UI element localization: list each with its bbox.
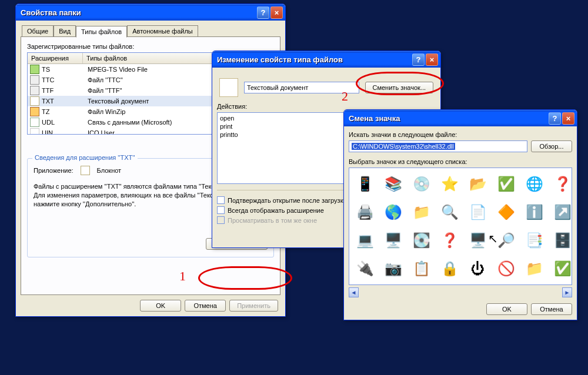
titlebar[interactable]: Смена значка ? × xyxy=(344,110,577,126)
close-button[interactable]: × xyxy=(562,112,574,125)
tab-general[interactable]: Общие xyxy=(22,25,54,37)
icon-grid[interactable]: 📱📚💿⭐📂✅🌐❓🖨️🌎📁🔍📄🔶ℹ️↗️💻🖥️💽❓🖥️🔎📑🗄️🔌📷📋🔒⏻🚫📁✅ xyxy=(349,168,572,285)
icon-choice[interactable]: 📋 xyxy=(411,258,432,279)
icon-choice[interactable]: 🖨️ xyxy=(355,202,376,223)
window-title: Свойства папки xyxy=(21,8,256,17)
filetype-icon xyxy=(30,128,39,135)
icon-choice[interactable]: ⏻ xyxy=(467,258,489,279)
icon-choice[interactable]: 🚫 xyxy=(496,258,517,279)
tab-offline[interactable]: Автономные файлы xyxy=(127,25,198,37)
cancel-button[interactable]: Отмена xyxy=(531,303,572,315)
icon-choice[interactable]: ↗️ xyxy=(552,202,573,223)
titlebar[interactable]: Изменение свойств типа файлов ? × xyxy=(212,51,440,68)
ok-button[interactable]: OK xyxy=(140,300,181,312)
window-title: Смена значка xyxy=(349,114,547,123)
ext-cell: UDL xyxy=(42,119,88,126)
icon-choice[interactable]: 📱 xyxy=(355,173,376,195)
ext-cell: TZ xyxy=(42,108,88,115)
col-ext[interactable]: Расширения xyxy=(28,53,83,63)
annotation-circle-1 xyxy=(198,266,292,290)
icon-choice[interactable]: 🔌 xyxy=(355,258,376,279)
help-button[interactable]: ? xyxy=(257,6,269,19)
ext-cell: TXT xyxy=(42,98,88,105)
icon-choice[interactable]: 📂 xyxy=(467,173,489,195)
filetype-icon xyxy=(30,107,39,116)
icon-choice[interactable]: 🌐 xyxy=(524,173,545,195)
icon-choice[interactable]: 🔎 xyxy=(496,230,517,251)
icon-choice[interactable]: 📷 xyxy=(383,258,404,279)
tab-view[interactable]: Вид xyxy=(54,25,76,37)
apply-button[interactable]: Применить xyxy=(229,300,278,312)
scroll-right-button[interactable]: ► xyxy=(562,287,572,297)
icon-choice[interactable]: 📁 xyxy=(411,202,432,223)
ext-cell: TTF xyxy=(42,87,88,94)
icon-choice[interactable]: 💽 xyxy=(411,230,432,251)
icon-choice[interactable]: ❓ xyxy=(552,173,573,195)
icon-choice[interactable]: 📑 xyxy=(524,230,545,251)
scroll-left-button[interactable]: ◄ xyxy=(349,287,359,297)
icon-choice[interactable]: 🗄️ xyxy=(552,230,573,251)
icon-choice[interactable]: 📚 xyxy=(383,173,404,195)
help-button[interactable]: ? xyxy=(549,112,561,125)
ext-cell: TTC xyxy=(42,76,88,83)
ext-cell: UIN xyxy=(42,129,88,135)
change-icon-window: Смена значка ? × Искать значки в следующ… xyxy=(343,109,577,320)
help-button[interactable]: ? xyxy=(412,53,425,66)
pick-icon-label: Выбрать значок из следующего списка: xyxy=(349,158,572,165)
checkbox-icon xyxy=(217,216,225,224)
icon-choice[interactable]: 🔒 xyxy=(439,258,460,279)
registered-types-label: Зарегистрированные типы файлов: xyxy=(27,43,274,50)
filetype-icon xyxy=(30,65,39,74)
icon-choice[interactable]: 💿 xyxy=(411,173,432,195)
ext-cell: TS xyxy=(42,66,88,73)
close-button[interactable]: × xyxy=(270,6,283,19)
titlebar[interactable]: Свойства папки ? × xyxy=(16,4,285,21)
checkbox-icon xyxy=(217,206,225,214)
browse-button[interactable]: Обзор... xyxy=(531,140,572,152)
close-button[interactable]: × xyxy=(426,53,438,66)
icon-choice[interactable]: ⭐ xyxy=(439,173,460,195)
tabs: Общие Вид Типы файлов Автономные файлы xyxy=(21,25,280,37)
icon-choice[interactable]: 🔶 xyxy=(496,202,517,223)
icon-choice[interactable]: ❓ xyxy=(439,230,460,251)
icon-path-input[interactable]: C:\WINDOWS\system32\shell32.dll xyxy=(349,140,527,152)
annotation-circle-2 xyxy=(356,72,444,95)
app-name: Блокнот xyxy=(97,167,122,174)
icon-choice[interactable]: ℹ️ xyxy=(524,202,545,223)
filetype-icon xyxy=(30,75,39,85)
ok-button[interactable]: OK xyxy=(486,303,527,315)
filetype-icon xyxy=(30,118,39,127)
icon-choice[interactable]: ✅ xyxy=(496,173,517,195)
annotation-number-2: 2 xyxy=(342,90,348,103)
document-icon xyxy=(219,78,238,97)
app-label: Приложение: xyxy=(34,167,74,174)
checkbox-icon xyxy=(217,196,225,204)
notepad-icon xyxy=(81,166,90,175)
tab-file-types[interactable]: Типы файлов xyxy=(76,26,127,38)
search-path-label: Искать значки в следующем файле: xyxy=(349,131,572,138)
icon-choice[interactable]: 📁 xyxy=(524,258,545,279)
icon-choice[interactable]: 🖥️ xyxy=(383,230,404,251)
window-title: Изменение свойств типа файлов xyxy=(217,55,411,64)
icon-choice[interactable]: ✅ xyxy=(552,258,573,279)
icon-choice[interactable]: 💻 xyxy=(355,230,376,251)
icon-choice[interactable]: 🔍 xyxy=(439,202,460,223)
annotation-number-1: 1 xyxy=(179,270,186,283)
filetype-icon xyxy=(30,86,39,95)
icon-choice[interactable]: 🖥️ xyxy=(467,230,489,251)
icon-choice[interactable]: 📄 xyxy=(467,202,489,223)
details-legend: Сведения для расширения ''TXT'' xyxy=(32,154,138,161)
filetype-icon xyxy=(30,96,39,106)
icon-choice[interactable]: 🌎 xyxy=(383,202,404,223)
cancel-button[interactable]: Отмена xyxy=(185,300,226,312)
